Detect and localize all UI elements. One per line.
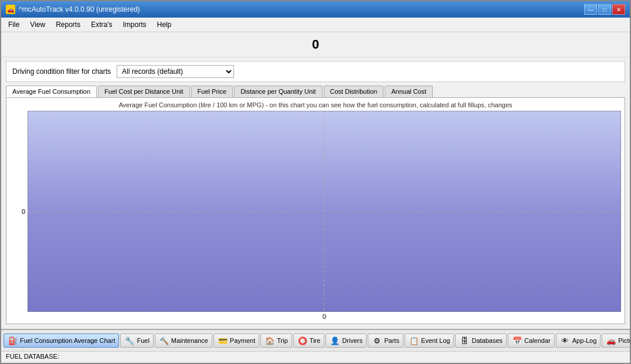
drivers-icon: 👤	[330, 335, 340, 346]
chart-svg	[28, 111, 621, 312]
title-bar-left: 🚗 ^mcAutoTrack v4.0.0.90 (unregistered)	[6, 5, 140, 14]
toolbar-tire-label: Tire	[310, 337, 321, 344]
toolbar-payment[interactable]: 💳 Payment	[213, 334, 259, 348]
toolbar-databases-label: Databases	[471, 337, 503, 344]
toolbar-picture[interactable]: 🚗 Pictur	[602, 334, 630, 348]
menu-bar: File View Reports Extra's Imports Help	[1, 18, 630, 32]
payment-icon: 💳	[218, 335, 228, 346]
chart-wrapper: 0	[10, 111, 621, 312]
toolbar-maintenance-label: Maintenance	[171, 337, 208, 344]
fuel-icon: 🔧	[124, 335, 135, 346]
toolbar-fuel-consumption[interactable]: ⛽ Fuel Consumption Average Chart	[4, 334, 119, 348]
app-icon: 🚗	[6, 5, 15, 14]
maintenance-icon: 🔨	[159, 335, 169, 346]
chart-inner	[28, 111, 621, 312]
fuel-consumption-icon: ⛽	[8, 335, 18, 346]
toolbar-fuel-label: Fuel	[137, 337, 149, 344]
toolbar-calendar[interactable]: 📅 Calendar	[508, 334, 555, 348]
tab-fuel-price[interactable]: Fuel Price	[191, 86, 233, 97]
app-log-icon: 👁	[560, 335, 571, 346]
x-axis-value: 0	[323, 313, 326, 320]
maximize-button[interactable]: □	[598, 4, 611, 15]
parts-icon: ⚙	[372, 335, 382, 346]
status-text: FUEL DATABASE:	[6, 353, 59, 360]
counter-value: 0	[312, 37, 319, 52]
event-log-icon: 📋	[409, 335, 419, 346]
close-button[interactable]: ✕	[612, 4, 625, 15]
toolbar-fuel[interactable]: 🔧 Fuel	[120, 334, 153, 348]
tab-cost-dist[interactable]: Cost Distribution	[324, 86, 384, 97]
status-bar: FUEL DATABASE:	[1, 351, 630, 363]
toolbar-tire[interactable]: ⭕ Tire	[293, 334, 325, 348]
main-window: 🚗 ^mcAutoTrack v4.0.0.90 (unregistered) …	[0, 0, 631, 364]
title-bar-buttons: — □ ✕	[584, 4, 625, 15]
tab-fuel-cost[interactable]: Fuel Cost per Distance Unit	[98, 86, 190, 97]
menu-file[interactable]: File	[4, 19, 24, 30]
menu-view[interactable]: View	[25, 19, 50, 30]
toolbar-trip[interactable]: 🏠 Trip	[260, 334, 292, 348]
tab-avg-fuel[interactable]: Average Fuel Consumption	[6, 86, 97, 97]
toolbar-payment-label: Payment	[230, 337, 255, 344]
y-axis-value: 0	[22, 208, 25, 215]
toolbar-databases[interactable]: 🗄 Databases	[455, 334, 507, 348]
toolbar-picture-label: Pictur	[618, 337, 630, 344]
filter-label: Driving condition filter for charts	[12, 67, 111, 76]
toolbar-app-log-label: App-Log	[572, 337, 597, 344]
x-axis: 0	[10, 312, 621, 320]
toolbar-event-log-label: Event Log	[421, 337, 450, 344]
picture-icon: 🚗	[606, 335, 616, 346]
filter-bar: Driving condition filter for charts All …	[6, 61, 625, 82]
toolbar-parts-label: Parts	[384, 337, 399, 344]
toolbar-drivers[interactable]: 👤 Drivers	[325, 334, 367, 348]
chart-area: Average Fuel Consumption (litre / 100 km…	[6, 97, 625, 324]
toolbar-event-log[interactable]: 📋 Event Log	[405, 334, 454, 348]
toolbar-fuel-consumption-label: Fuel Consumption Average Chart	[20, 337, 115, 344]
databases-icon: 🗄	[459, 335, 470, 346]
toolbar-trip-label: Trip	[277, 337, 288, 344]
toolbar-maintenance[interactable]: 🔨 Maintenance	[155, 334, 212, 348]
menu-reports[interactable]: Reports	[51, 19, 85, 30]
toolbar-app-log[interactable]: 👁 App-Log	[556, 334, 601, 348]
tire-icon: ⭕	[297, 335, 308, 346]
menu-imports[interactable]: Imports	[118, 19, 151, 30]
chart-title: Average Fuel Consumption (litre / 100 km…	[10, 101, 621, 108]
minimize-button[interactable]: —	[584, 4, 597, 15]
trip-icon: 🏠	[264, 335, 275, 346]
window-title: ^mcAutoTrack v4.0.0.90 (unregistered)	[19, 5, 140, 13]
calendar-icon: 📅	[512, 335, 523, 346]
y-axis: 0	[10, 111, 28, 312]
driving-condition-select[interactable]: All records (default) City Highway Mixed	[117, 65, 234, 78]
bottom-toolbar: ⛽ Fuel Consumption Average Chart 🔧 Fuel …	[1, 329, 630, 351]
tab-annual[interactable]: Annual Cost	[385, 86, 433, 97]
title-bar: 🚗 ^mcAutoTrack v4.0.0.90 (unregistered) …	[1, 1, 630, 18]
menu-extras[interactable]: Extra's	[86, 19, 117, 30]
counter-display: 0	[1, 32, 630, 57]
tab-dist-qty[interactable]: Distance per Quantity Unit	[234, 86, 322, 97]
toolbar-calendar-label: Calendar	[524, 337, 551, 344]
chart-tabs: Average Fuel Consumption Fuel Cost per D…	[6, 86, 625, 97]
toolbar-parts[interactable]: ⚙ Parts	[368, 334, 403, 348]
menu-help[interactable]: Help	[152, 19, 177, 30]
toolbar-drivers-label: Drivers	[342, 337, 362, 344]
